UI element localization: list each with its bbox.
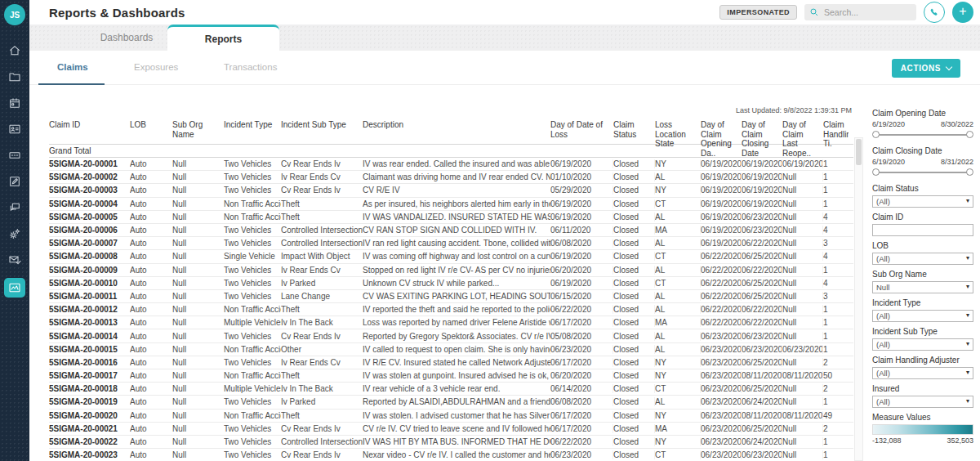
filter-text-input-claim-id[interactable] (872, 224, 973, 236)
table-row[interactable]: 5SIGMA-20-00007AutoNullTwo VehiclesContr… (49, 237, 853, 250)
table-cell: Null (172, 424, 224, 433)
subtab-transactions[interactable]: Transactions (224, 62, 277, 72)
table-row[interactable]: 5SIGMA-20-00001AutoNullTwo VehiclesCv Re… (49, 158, 853, 171)
table-cell: 08/11/2020 (782, 411, 823, 420)
table-cell: IV was rear ended. Called the insured an… (363, 159, 550, 168)
slider-handle-left[interactable] (872, 131, 880, 138)
column-header[interactable]: Day of Claim Opening Da.. (701, 120, 742, 158)
add-button[interactable]: + (952, 2, 973, 23)
filter-dropdown-sub-org-name[interactable]: Null▾ (872, 281, 973, 293)
table-row[interactable]: 5SIGMA-20-00011AutoNullTwo VehiclesLane … (49, 290, 853, 303)
table-row[interactable]: 5SIGMA-20-00021AutoNullTwo VehiclesCv Re… (49, 423, 853, 436)
table-cell: 06/23/2020 (701, 345, 742, 354)
table-cell: AL (655, 332, 701, 341)
table-row[interactable]: 5SIGMA-20-00008AutoNullSingle VehicleImp… (49, 250, 853, 263)
filter-dropdown-incident-type[interactable]: (All)▾ (872, 310, 973, 322)
table-row[interactable]: 5SIGMA-20-00005AutoNullNon Traffic Accid… (49, 211, 853, 224)
table-row[interactable]: 5SIGMA-20-00019AutoNullTwo VehiclesIv Pa… (49, 396, 853, 409)
table-row[interactable]: 5SIGMA-20-00022AutoNullTwo VehiclesContr… (49, 436, 853, 449)
table-cell: IV reported the theft and said he report… (363, 305, 550, 314)
table-cell: Null (782, 450, 823, 459)
sidebar-item-folder[interactable] (5, 69, 24, 84)
column-header[interactable]: Claim Status (613, 120, 655, 139)
table-cell: 06/22/2020 (701, 252, 742, 261)
sidebar-item-review[interactable] (5, 173, 24, 189)
sidebar-item-contacts[interactable] (5, 121, 24, 137)
tab-dashboards[interactable]: Dashboards (74, 25, 180, 51)
column-header[interactable]: Claim ID (49, 120, 130, 130)
table-row[interactable]: 5SIGMA-20-00002AutoNullTwo VehiclesIv Re… (49, 171, 853, 184)
table-cell: CT (655, 199, 701, 208)
avatar[interactable]: JS (4, 4, 25, 25)
table-row[interactable]: 5SIGMA-20-00003AutoNullTwo VehiclesCv Re… (49, 184, 853, 197)
table-cell: 1 (823, 172, 849, 181)
tab-reports[interactable]: Reports (167, 25, 279, 51)
range-start-value: 6/19/2020 (872, 158, 905, 166)
search-box (804, 4, 916, 20)
table-row[interactable]: 5SIGMA-20-00010AutoNullTwo VehiclesIv Pa… (49, 277, 853, 290)
table-row[interactable]: 5SIGMA-20-00013AutoNullMultiple Vehicles… (49, 316, 853, 329)
table-row[interactable]: 5SIGMA-20-00004AutoNullNon Traffic Accid… (49, 198, 853, 211)
column-header[interactable]: LOB (130, 120, 172, 130)
phone-button[interactable] (924, 2, 945, 23)
table-row[interactable]: 5SIGMA-20-00017AutoNullNon Traffic Accid… (49, 369, 853, 383)
table-row[interactable]: 5SIGMA-20-00012AutoNullNon Traffic Accid… (49, 303, 853, 316)
filter-dropdown-incident-sub-type[interactable]: (All)▾ (872, 338, 973, 351)
table-cell: Null (172, 252, 224, 261)
subtab-claims[interactable]: Claims (57, 62, 88, 72)
slider-handle-left[interactable] (872, 168, 880, 176)
search-input[interactable] (824, 4, 912, 20)
sidebar-item-home[interactable] (5, 43, 24, 58)
table-row[interactable]: 5SIGMA-20-00016AutoNullTwo VehiclesIv Re… (49, 356, 853, 369)
table-row[interactable]: 5SIGMA-20-00006AutoNullTwo VehiclesContr… (49, 224, 853, 237)
slider-handle-right[interactable] (966, 168, 973, 176)
filter-dropdown-claim-status[interactable]: (All)▾ (872, 195, 973, 208)
sidebar-item-analytics[interactable] (4, 278, 25, 298)
column-header[interactable]: Claim Handling Ti. (823, 120, 849, 149)
phone-icon (929, 7, 940, 18)
slider-handle-right[interactable] (966, 131, 973, 138)
column-header[interactable]: Incident Type (224, 120, 281, 130)
table-cell: 5SIGMA-20-00001 (49, 159, 130, 168)
table-cell: Null (782, 424, 823, 433)
filter-dropdown-claim-handling-adjuster[interactable]: (All)▾ (872, 367, 973, 379)
table-cell: 06/19/2020 (550, 252, 613, 261)
table-row[interactable]: 5SIGMA-20-00009AutoNullTwo VehiclesIv Re… (49, 264, 853, 277)
table-cell: Non Traffic Accid.. (224, 345, 281, 354)
table-cell: IV was coming off highway and lost contr… (363, 252, 550, 261)
table-cell: 06/19/2020 (550, 213, 613, 222)
table-cell: Auto (130, 186, 172, 195)
table-cell: NY (655, 411, 701, 420)
column-header[interactable]: Loss Location State (655, 120, 701, 149)
sidebar-item-settings[interactable] (5, 226, 24, 241)
column-header[interactable]: Day of Claim Last Reope.. (782, 120, 823, 158)
table-cell: 06/19/2020 (701, 213, 742, 222)
filter-dropdown-lob[interactable]: (All)▾ (872, 253, 973, 265)
column-header[interactable]: Day of Date of Loss (550, 120, 613, 139)
table-cell: 06/19/2020 (782, 159, 823, 168)
table-cell: 06/23/2020 (701, 332, 742, 341)
subtab-exposures[interactable]: Exposures (134, 62, 178, 72)
table-cell: 2 (823, 384, 849, 393)
column-header[interactable]: Day of Claim Closing Date (742, 120, 782, 158)
table-scrollbar-thumb[interactable] (856, 139, 862, 165)
reports-and-dashboards-page: JS (0, 0, 980, 461)
column-header[interactable]: Description (363, 120, 550, 130)
sidebar-item-calendar[interactable] (5, 95, 24, 110)
sidebar-item-mail[interactable] (5, 252, 24, 267)
table-row[interactable]: 5SIGMA-20-00020AutoNullNon Traffic Accid… (49, 410, 853, 423)
sidebar-item-cards[interactable] (5, 147, 24, 163)
actions-button[interactable]: ACTIONS (892, 59, 960, 78)
table-cell: 5SIGMA-20-00017 (49, 371, 130, 380)
table-row[interactable]: 5SIGMA-20-00018AutoNullMultiple Vehicles… (49, 383, 853, 396)
table-row[interactable]: 5SIGMA-20-00023AutoNullTwo VehiclesCv Re… (49, 449, 853, 461)
chevron-down-icon (946, 64, 952, 70)
table-cell: 4 (823, 226, 849, 235)
sidebar-item-chat[interactable] (5, 199, 24, 215)
table-row[interactable]: 5SIGMA-20-00015AutoNullNon Traffic Accid… (49, 343, 853, 356)
table-row[interactable]: 5SIGMA-20-00014AutoNullTwo VehiclesCv Re… (49, 329, 853, 342)
column-header[interactable]: Incident Sub Type (281, 120, 363, 130)
filter-dropdown-insured[interactable]: (All)▾ (872, 396, 973, 408)
table-cell: Auto (130, 345, 172, 354)
column-header[interactable]: Sub Org Name (172, 120, 224, 139)
